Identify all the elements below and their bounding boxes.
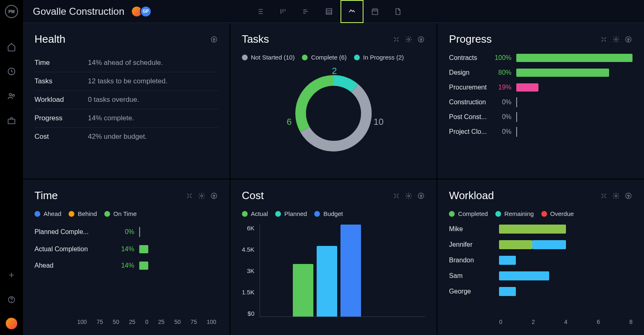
health-label: Tasks (34, 77, 88, 85)
gear-icon[interactable] (612, 192, 620, 200)
briefcase-icon[interactable] (7, 116, 16, 126)
team-icon[interactable] (7, 91, 16, 101)
svg-point-16 (615, 38, 617, 40)
expand-icon[interactable] (600, 192, 608, 200)
help-icon[interactable]: ? (417, 192, 425, 200)
health-row: Cost42% under budget. (34, 128, 218, 146)
cost-chart: 6K4.5K3K1.5K$0 (242, 225, 426, 325)
svg-point-25 (615, 195, 617, 197)
svg-text:?: ? (627, 193, 630, 198)
expand-icon[interactable] (392, 35, 400, 44)
clock-icon[interactable] (7, 67, 16, 76)
gantt-view-icon[interactable] (294, 0, 317, 23)
legend-item: Budget (314, 210, 343, 217)
legend-item: On Time (104, 210, 137, 217)
main-area: Govalle Construction GP Health ? Ti (23, 0, 644, 335)
progress-row: Post Const...0% (449, 113, 632, 121)
board-view-icon[interactable] (271, 0, 294, 23)
gear-icon[interactable] (405, 35, 413, 44)
legend-item: Actual (242, 210, 268, 217)
user-avatar[interactable] (6, 318, 17, 329)
gear-icon[interactable] (612, 35, 620, 44)
help-icon[interactable]: ? (624, 192, 632, 200)
cost-bar-budget (340, 225, 361, 317)
legend-item: Overdue (541, 210, 574, 217)
topbar: Govalle Construction GP (23, 0, 644, 23)
sheet-view-icon[interactable] (317, 0, 340, 23)
workload-row: Sam (449, 271, 632, 280)
workload-legend: Completed Remaining Overdue (449, 210, 632, 217)
time-row: Ahead14% (34, 262, 218, 270)
panel-title: Health (34, 33, 210, 46)
donut-label: 6 (287, 117, 292, 127)
progress-row: Procurement19% (449, 83, 632, 92)
donut-label: 10 (374, 117, 384, 127)
help-icon[interactable]: ? (210, 192, 218, 200)
panel-title: Progress (449, 33, 600, 46)
time-row: Planned Comple...0% (34, 227, 218, 237)
progress-row: Design80% (449, 69, 632, 77)
expand-icon[interactable] (185, 192, 193, 200)
dashboard-view-icon[interactable] (340, 0, 363, 23)
svg-point-1 (9, 94, 12, 96)
workload-rows: Mike Jennifer Brandon Sam George (449, 225, 632, 296)
health-label: Progress (34, 114, 88, 122)
cost-panel: Cost ? Actual Planned Budget 6K4.5K3K1.5… (230, 179, 437, 335)
health-value: 42% under budget. (88, 133, 147, 141)
legend-item: Ahead (34, 210, 61, 217)
list-view-icon[interactable] (248, 0, 271, 23)
workload-row: George (449, 287, 632, 296)
panel-title: Cost (242, 189, 393, 202)
health-label: Cost (34, 133, 88, 141)
svg-text:?: ? (420, 193, 423, 198)
gear-icon[interactable] (405, 192, 413, 200)
svg-point-5 (12, 301, 12, 302)
svg-text:?: ? (420, 37, 423, 41)
tasks-panel: Tasks ? Not Started (10) Complete (6) In… (230, 23, 437, 179)
donut-label: 2 (332, 66, 337, 76)
svg-text:?: ? (627, 37, 630, 41)
health-row: Time14% ahead of schedule. (34, 54, 218, 72)
workload-axis: 0 2 4 6 8 (499, 319, 632, 325)
cost-yaxis: 6K4.5K3K1.5K$0 (242, 225, 260, 325)
help-icon[interactable]: ? (210, 35, 218, 44)
time-panel: Time ? Ahead Behind On Time Planned Comp… (23, 179, 230, 335)
help-icon[interactable]: ? (417, 35, 425, 44)
health-value: 14% complete. (88, 114, 134, 122)
expand-icon[interactable] (600, 35, 608, 44)
expand-icon[interactable] (392, 192, 400, 200)
plus-icon[interactable] (7, 270, 16, 280)
health-value: 0 tasks overdue. (88, 96, 139, 104)
legend-item: In Progress (2) (354, 54, 404, 61)
svg-rect-6 (326, 9, 331, 14)
file-view-icon[interactable] (386, 0, 409, 23)
tasks-legend: Not Started (10) Complete (6) In Progres… (242, 54, 426, 61)
health-row: Tasks12 tasks to be completed. (34, 72, 218, 91)
cost-bar-actual (293, 264, 313, 317)
gear-icon[interactable] (198, 192, 206, 200)
svg-text:?: ? (213, 193, 215, 198)
legend-item: Complete (6) (302, 54, 347, 61)
progress-rows: Contracts100% Design80% Procurement19% C… (449, 54, 632, 136)
svg-text:?: ? (213, 37, 215, 41)
workload-row: Jennifer (449, 240, 632, 249)
time-legend: Ahead Behind On Time (34, 210, 218, 217)
svg-point-2 (12, 94, 14, 96)
health-label: Workload (34, 96, 88, 104)
view-tabs (248, 0, 409, 23)
calendar-view-icon[interactable] (363, 0, 386, 23)
legend-item: Behind (69, 210, 97, 217)
help-icon[interactable] (7, 295, 16, 305)
legend-item: Not Started (10) (242, 54, 295, 61)
member-avatar[interactable]: GP (140, 6, 152, 17)
health-label: Time (34, 59, 88, 67)
avatar-group[interactable]: GP (131, 6, 152, 17)
help-icon[interactable]: ? (624, 35, 632, 44)
home-icon[interactable] (7, 42, 16, 52)
cost-legend: Actual Planned Budget (242, 210, 426, 217)
svg-rect-3 (8, 119, 15, 124)
app-logo[interactable]: PM (5, 5, 18, 18)
left-sidebar: PM (0, 0, 23, 335)
workload-row: Mike (449, 225, 632, 234)
svg-point-10 (408, 38, 410, 40)
